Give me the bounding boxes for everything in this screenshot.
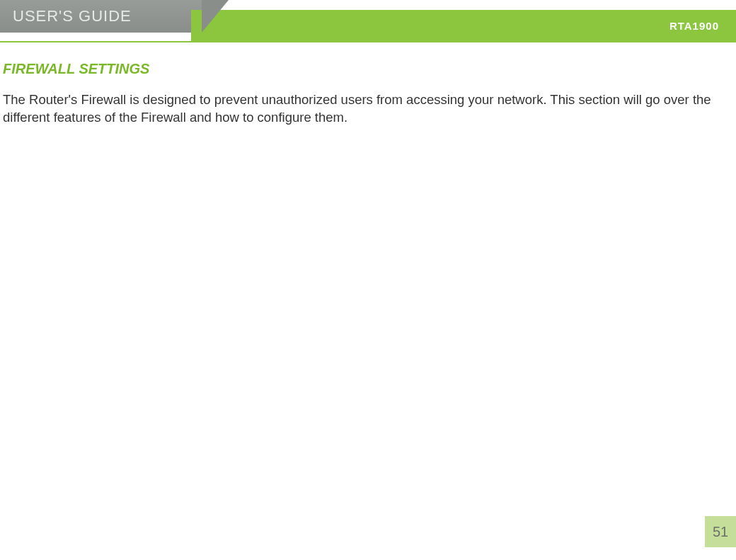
header-grey-panel: USER'S GUIDE xyxy=(0,0,202,33)
document-header: USER'S GUIDE RTA1900 xyxy=(0,0,736,41)
section-body: The Router's Firewall is designed to pre… xyxy=(3,91,733,127)
model-label: RTA1900 xyxy=(669,20,719,32)
section-title: FIREWALL SETTINGS xyxy=(3,61,733,77)
header-green-panel: RTA1900 xyxy=(191,10,736,41)
page-number: 51 xyxy=(713,524,728,540)
header-angle-divider xyxy=(202,0,229,33)
guide-label: USER'S GUIDE xyxy=(13,7,132,25)
page-number-box: 51 xyxy=(705,516,736,547)
header-underline xyxy=(0,41,736,42)
page-content: FIREWALL SETTINGS The Router's Firewall … xyxy=(0,41,736,127)
